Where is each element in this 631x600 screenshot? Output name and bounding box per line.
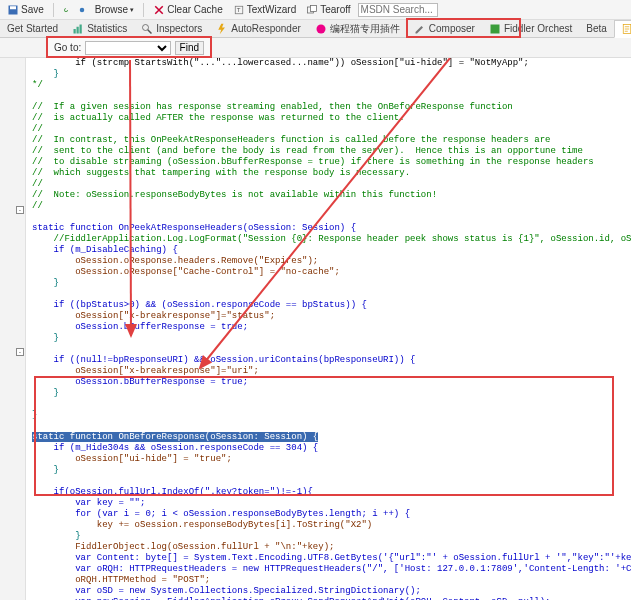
inspect-icon	[141, 23, 153, 35]
stats-icon	[72, 23, 84, 35]
svg-point-10	[143, 24, 149, 30]
tab-autoresponder[interactable]: AutoResponder	[209, 20, 308, 38]
compose-icon	[414, 23, 426, 35]
clear-icon	[153, 4, 165, 16]
tab-inspectors[interactable]: Inspectors	[134, 20, 209, 38]
tab-bar: Get Started Statistics Inspectors AutoRe…	[0, 20, 631, 38]
reload-icon[interactable]	[60, 4, 72, 16]
fold-icon[interactable]: -	[16, 348, 24, 356]
tab-composer[interactable]: Composer	[407, 20, 482, 38]
svg-rect-1	[10, 6, 16, 9]
tab-label: Statistics	[87, 23, 127, 34]
tab-label: Beta	[586, 23, 607, 34]
code-editor[interactable]: - - if (strcmp StartsWith("..."...lowerc…	[0, 58, 631, 600]
browse-button[interactable]: Browse ▾	[92, 3, 137, 16]
svg-line-11	[148, 29, 152, 33]
selected-line: static function OnBeforeResponse(oSessio…	[32, 432, 318, 442]
plugin-icon	[315, 23, 327, 35]
svg-rect-6	[311, 5, 317, 11]
browse-label: Browse	[95, 4, 128, 15]
find-button[interactable]: Find	[175, 41, 204, 55]
tab-fiddler-orch[interactable]: Fiddler Orchest	[482, 20, 579, 38]
textwizard-button[interactable]: T TextWizard	[230, 3, 299, 17]
tab-label: Fiddler Orchest	[504, 23, 572, 34]
svg-point-12	[316, 24, 325, 33]
svg-rect-9	[80, 24, 82, 33]
tab-label: AutoResponder	[231, 23, 301, 34]
svg-rect-13	[490, 24, 499, 33]
tab-cn-plugin[interactable]: 编程猫专用插件	[308, 19, 407, 39]
clear-cache-label: Clear Cache	[167, 4, 223, 15]
svg-text:T: T	[237, 7, 241, 13]
svg-rect-7	[74, 29, 76, 34]
tearoff-button[interactable]: Tearoff	[303, 3, 353, 17]
msdn-search-input[interactable]	[358, 3, 438, 17]
tab-beta[interactable]: Beta	[579, 20, 614, 37]
dropdown-icon: ▾	[130, 6, 134, 14]
goto-label: Go to:	[54, 42, 81, 53]
tab-label: Inspectors	[156, 23, 202, 34]
bolt-icon	[216, 23, 228, 35]
goto-bar: Go to: Find	[48, 38, 210, 58]
separator	[143, 3, 144, 17]
tearoff-label: Tearoff	[320, 4, 350, 15]
fold-icon[interactable]: -	[16, 206, 24, 214]
textwizard-label: TextWizard	[247, 4, 296, 15]
separator	[53, 3, 54, 17]
globe-icon[interactable]	[76, 4, 88, 16]
gutter: - -	[0, 58, 26, 600]
tab-fiddlerscript[interactable]: FiddlerScript	[614, 20, 631, 38]
tearoff-icon	[306, 4, 318, 16]
fiddler-icon	[489, 23, 501, 35]
wizard-icon: T	[233, 4, 245, 16]
svg-rect-8	[77, 26, 79, 33]
tab-label: Composer	[429, 23, 475, 34]
save-label: Save	[21, 4, 44, 15]
code-content: if (strcmp StartsWith("..."...lowercased…	[32, 58, 631, 600]
tab-get-started[interactable]: Get Started	[0, 20, 65, 37]
tab-label: 编程猫专用插件	[330, 22, 400, 36]
goto-select[interactable]	[85, 41, 170, 55]
svg-point-2	[80, 7, 85, 12]
tab-statistics[interactable]: Statistics	[65, 20, 134, 38]
clear-cache-button[interactable]: Clear Cache	[150, 3, 226, 17]
tab-label: Get Started	[7, 23, 58, 34]
save-button[interactable]: Save	[4, 3, 47, 17]
save-icon	[7, 4, 19, 16]
script-icon	[621, 23, 631, 35]
main-toolbar: Save Browse ▾ Clear Cache T TextWizard T…	[0, 0, 631, 20]
